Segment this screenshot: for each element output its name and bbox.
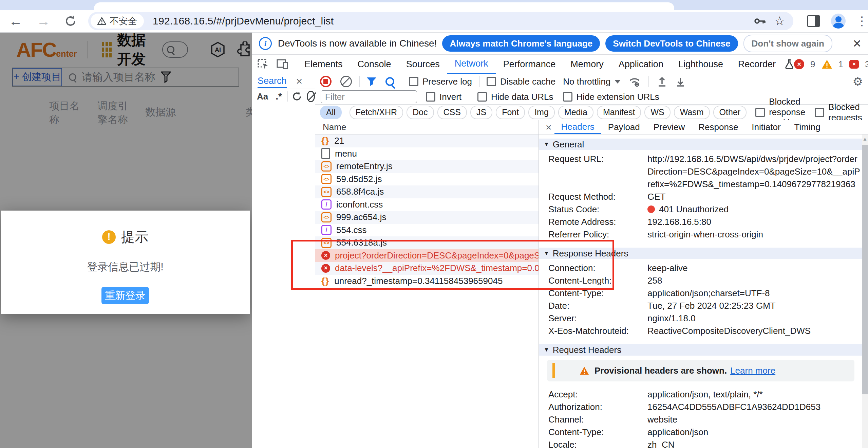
- dont-show-again-button[interactable]: Don't show again: [743, 35, 832, 52]
- request-row[interactable]: {}unread?_timestamp=0.3411584539659045: [315, 275, 539, 288]
- errors-icon[interactable]: ×: [794, 59, 804, 69]
- issues-icon[interactable]: ×: [849, 60, 859, 69]
- profile-avatar[interactable]: [831, 14, 846, 29]
- browser-menu-icon[interactable]: ⋮: [856, 14, 868, 28]
- request-row[interactable]: {}21: [315, 135, 539, 147]
- errors-count[interactable]: 9: [810, 59, 815, 70]
- hide-data-urls-checkbox[interactable]: Hide data URLs: [477, 92, 553, 102]
- request-row[interactable]: <>658.8f4ca.js: [315, 185, 539, 198]
- device-toolbar-icon[interactable]: [277, 59, 288, 69]
- request-row[interactable]: <>554.6318a.js: [315, 236, 539, 249]
- inspect-icon[interactable]: [258, 59, 268, 70]
- request-row[interactable]: <>59.d5d52.js: [315, 173, 539, 186]
- request-row[interactable]: <>999.ac654.js: [315, 211, 539, 224]
- password-key-icon[interactable]: [754, 17, 766, 25]
- request-row[interactable]: /554.css: [315, 224, 539, 237]
- request-row[interactable]: <>remoteEntry.js: [315, 160, 539, 173]
- notification-close-icon[interactable]: ×: [853, 36, 861, 51]
- preserve-log-checkbox[interactable]: Preserve log: [409, 76, 472, 87]
- devtools-tab-application[interactable]: Application: [611, 55, 671, 74]
- detail-tab-payload[interactable]: Payload: [601, 120, 647, 134]
- scrollbar-up-icon[interactable]: ▲: [862, 136, 868, 142]
- devtools-tab-memory[interactable]: Memory: [563, 55, 611, 74]
- disable-cache-checkbox[interactable]: Disable cache: [487, 76, 555, 87]
- search-close-icon[interactable]: ×: [296, 75, 303, 88]
- search-refresh-icon[interactable]: [292, 91, 302, 102]
- type-chip-manifest[interactable]: Manifest: [597, 106, 641, 119]
- type-chip-css[interactable]: CSS: [437, 106, 467, 119]
- request-row[interactable]: /iconfont.css: [315, 198, 539, 211]
- type-chip-doc[interactable]: Doc: [407, 106, 434, 119]
- relogin-button[interactable]: 重新登录: [101, 287, 149, 304]
- address-bar[interactable]: 不安全 192.168.16.5/#/prjDevMenu/project_li…: [88, 12, 793, 30]
- name-column-header[interactable]: Name: [323, 122, 346, 132]
- invert-checkbox[interactable]: Invert: [426, 92, 461, 102]
- learn-more-link[interactable]: Learn more: [730, 365, 775, 376]
- browser-active-tab[interactable]: [94, 2, 674, 10]
- devtools-tab-elements[interactable]: Elements: [297, 55, 350, 74]
- type-chip-wasm[interactable]: Wasm: [674, 106, 710, 119]
- search-tab[interactable]: Search: [258, 74, 287, 88]
- detail-tab-response[interactable]: Response: [692, 120, 745, 134]
- detail-tab-initiator[interactable]: Initiator: [745, 120, 787, 134]
- import-har-icon[interactable]: [657, 76, 667, 87]
- bookmark-star-icon[interactable]: ☆: [774, 14, 785, 28]
- type-chip-font[interactable]: Font: [496, 106, 525, 119]
- clear-icon[interactable]: [340, 76, 352, 87]
- network-conditions-icon[interactable]: [629, 76, 641, 87]
- detail-tab-timing[interactable]: Timing: [788, 120, 827, 134]
- side-panel-icon[interactable]: [807, 15, 820, 27]
- devtools-tab-recorder[interactable]: Recorder: [731, 55, 783, 74]
- throttling-dropdown[interactable]: No throttling: [563, 76, 621, 87]
- forward-icon[interactable]: →: [37, 14, 50, 28]
- match-language-button[interactable]: Always match Chrome's language: [442, 35, 600, 52]
- warning-bar: [552, 363, 555, 378]
- scrollbar[interactable]: ▲: [862, 135, 868, 448]
- type-chip-media[interactable]: Media: [558, 106, 593, 119]
- warnings-icon[interactable]: [822, 59, 832, 69]
- type-chip-all[interactable]: All: [320, 106, 342, 119]
- checkbox-blocked-requests[interactable]: Blocked requests: [815, 102, 862, 123]
- issues-count[interactable]: 3: [865, 59, 868, 70]
- header-key: Content-Type:: [548, 426, 647, 438]
- detail-close-icon[interactable]: ×: [546, 122, 552, 132]
- warnings-count[interactable]: 1: [838, 59, 843, 70]
- back-icon[interactable]: ←: [9, 14, 22, 28]
- hide-extension-urls-checkbox[interactable]: Hide extension URLs: [563, 92, 659, 102]
- security-chip[interactable]: 不安全: [91, 14, 144, 29]
- request-row[interactable]: menu: [315, 147, 539, 160]
- filter-funnel-icon[interactable]: [366, 77, 377, 86]
- filter-input[interactable]: Filter: [321, 90, 417, 103]
- type-chip-ws[interactable]: WS: [644, 106, 670, 119]
- switch-to-chinese-button[interactable]: Switch DevTools to Chinese: [605, 35, 738, 52]
- reload-icon[interactable]: [64, 15, 77, 27]
- detail-tab-headers[interactable]: Headers: [554, 120, 601, 134]
- header-value: website: [647, 413, 862, 426]
- regex-toggle[interactable]: .*: [276, 91, 282, 102]
- scrollbar-thumb[interactable]: [862, 145, 868, 394]
- devtools-tab-network[interactable]: Network: [447, 55, 496, 74]
- detail-tab-preview[interactable]: Preview: [647, 120, 692, 134]
- section-header[interactable]: ▼Request Headers: [539, 344, 862, 356]
- section-header[interactable]: ▼General: [539, 139, 862, 150]
- devtools-tab-sources[interactable]: Sources: [399, 55, 447, 74]
- devtools-tab-lighthouse[interactable]: Lighthouse: [671, 55, 731, 74]
- search-clear-icon[interactable]: [307, 91, 315, 102]
- type-chip-js[interactable]: JS: [470, 106, 492, 119]
- request-row[interactable]: ×project?orderDirection=DESC&pageIndex=0…: [315, 249, 539, 262]
- network-settings-icon[interactable]: ⚙: [853, 76, 863, 87]
- devtools-tab-console[interactable]: Console: [350, 55, 399, 74]
- record-icon[interactable]: [320, 76, 332, 87]
- section-header[interactable]: ▼Response Headers: [539, 248, 862, 259]
- request-row[interactable]: ×data-levels?__apiPrefix=%2FDWS&_timesta…: [315, 262, 539, 275]
- match-case-toggle[interactable]: Aa: [257, 91, 268, 102]
- type-chip-other[interactable]: Other: [713, 106, 747, 119]
- type-chip-img[interactable]: Img: [528, 106, 555, 119]
- devtools-tab-performance[interactable]: Performance: [496, 55, 563, 74]
- header-value: 16254AC4DD555ADBFC1A93624DD1D653: [647, 401, 862, 413]
- export-har-icon[interactable]: [675, 76, 685, 87]
- url-text[interactable]: 192.168.16.5/#/prjDevMenu/project_list: [153, 15, 334, 27]
- search-network-icon[interactable]: [385, 77, 394, 86]
- type-chip-fetch-xhr[interactable]: Fetch/XHR: [350, 106, 403, 119]
- request-table-header[interactable]: Name: [315, 120, 539, 135]
